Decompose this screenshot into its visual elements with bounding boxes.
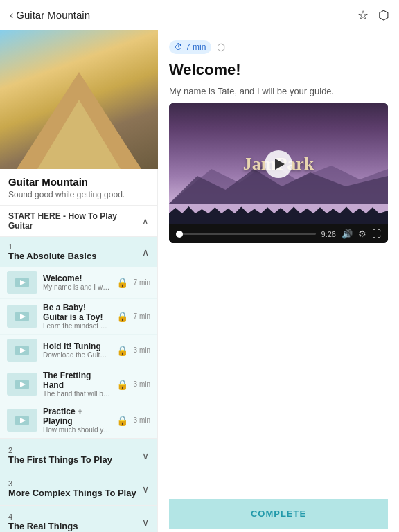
module-2-title: The First Things To Play xyxy=(8,454,112,465)
header: ‹ Guitar Mountain ☆ ⬡ xyxy=(0,0,399,30)
course-hero-image xyxy=(0,30,158,169)
lesson-title-1: Welcome! xyxy=(43,274,111,283)
module-4: 4 The Real Things ∨ xyxy=(0,505,157,532)
play-triangle-icon xyxy=(275,159,285,170)
video-player: JamPark 9:26 🔊 ⚙ ⛶ xyxy=(169,103,388,243)
lesson-info-2: Be a Baby! Guitar is a Toy! Learn the mi… xyxy=(43,303,111,330)
lesson-desc-1: My name is and I will be your guide. xyxy=(43,283,111,291)
settings-icon[interactable]: ⚙ xyxy=(358,229,366,239)
lesson-item-welcome[interactable]: Welcome! My name is and I will be your g… xyxy=(0,267,157,299)
lesson-desc-4: The hand that will be put through the mo… xyxy=(43,390,111,398)
module-1: 1 The Absolute Basics ∧ Welcome! My name… xyxy=(0,236,157,438)
module-4-chevron-icon: ∨ xyxy=(142,517,149,528)
module-1-title: The Absolute Basics xyxy=(8,251,96,261)
video-frame: JamPark xyxy=(169,103,388,224)
video-time: 9:26 xyxy=(321,230,336,238)
sidebar: Guitar Mountain Sound good while getting… xyxy=(0,30,158,532)
module-3-chevron-icon: ∨ xyxy=(142,484,149,495)
section-header-label: START HERE - How To Play Guitar xyxy=(8,211,142,231)
lesson-thumb-1 xyxy=(7,271,37,294)
star-icon[interactable]: ☆ xyxy=(357,8,369,23)
lesson-duration-1: 7 min xyxy=(134,278,150,286)
module-3-number: 3 xyxy=(8,479,136,488)
module-3-title: More Complex Things To Play xyxy=(8,488,136,498)
lesson-title-2: Be a Baby! Guitar is a Toy! xyxy=(43,303,111,322)
time-badge-label: 7 min xyxy=(186,42,206,52)
lesson-duration-2: 7 min xyxy=(134,312,150,320)
lesson-duration-3: 3 min xyxy=(134,346,150,354)
lesson-thumb-3 xyxy=(7,339,37,362)
lock-icon-3: 🔒 xyxy=(116,345,128,356)
lesson-body-text: My name is Tate, and I will be your guid… xyxy=(169,86,388,96)
play-button[interactable] xyxy=(265,150,292,178)
module-4-header[interactable]: 4 The Real Things ∨ xyxy=(0,506,157,532)
module-4-title: The Real Things xyxy=(8,521,78,531)
lock-icon-2: 🔒 xyxy=(116,311,128,322)
lesson-item-tuning[interactable]: Hold It! Tuning Download the GuitarTuna … xyxy=(0,335,157,366)
clock-icon: ⏱ xyxy=(175,42,183,52)
attachment-link-icon[interactable]: ⬡ xyxy=(217,42,225,53)
module-2-chevron-icon: ∨ xyxy=(142,450,149,461)
fullscreen-icon[interactable]: ⛶ xyxy=(372,229,381,239)
module-2: 2 The First Things To Play ∨ xyxy=(0,438,157,472)
complete-button[interactable]: COMPLETE xyxy=(169,499,388,529)
lesson-thumb-2 xyxy=(7,305,37,328)
lesson-heading: Welcome! xyxy=(169,61,388,79)
lesson-thumb-5 xyxy=(7,409,37,432)
lesson-thumb-4 xyxy=(7,373,37,396)
lesson-desc-5: How much should you practice? Find out h… xyxy=(43,426,111,434)
section-header[interactable]: START HERE - How To Play Guitar ∧ xyxy=(0,205,157,236)
lesson-desc-2: Learn the mindset and attitude you need xyxy=(43,322,111,330)
course-info: Guitar Mountain Sound good while getting… xyxy=(0,169,157,205)
lesson-item-fretting[interactable]: The Fretting Hand The hand that will be … xyxy=(0,366,157,402)
time-badge: ⏱ 7 min xyxy=(169,40,211,54)
course-subtitle: Sound good while getting good. xyxy=(8,190,149,200)
header-left: ‹ Guitar Mountain xyxy=(10,9,90,21)
lesson-title-3: Hold It! Tuning xyxy=(43,342,111,351)
back-icon[interactable]: ‹ xyxy=(10,9,13,21)
lesson-title-4: The Fretting Hand xyxy=(43,371,111,390)
module-2-header[interactable]: 2 The First Things To Play ∨ xyxy=(0,439,157,472)
module-4-number: 4 xyxy=(8,513,78,521)
video-controls: 9:26 🔊 ⚙ ⛶ xyxy=(169,224,388,243)
lesson-info-1: Welcome! My name is and I will be your g… xyxy=(43,274,111,291)
volume-icon[interactable]: 🔊 xyxy=(342,229,353,239)
section-chevron-icon: ∧ xyxy=(142,216,149,227)
share-link-icon[interactable]: ⬡ xyxy=(378,8,389,23)
lesson-item-baby[interactable]: Be a Baby! Guitar is a Toy! Learn the mi… xyxy=(0,299,157,335)
video-progress-dot xyxy=(176,231,183,238)
module-1-number: 1 xyxy=(8,242,96,251)
module-1-header[interactable]: 1 The Absolute Basics ∧ xyxy=(0,237,157,267)
video-progress-bar[interactable] xyxy=(176,233,316,235)
header-title[interactable]: Guitar Mountain xyxy=(16,9,90,21)
lesson-meta: ⏱ 7 min ⬡ xyxy=(169,40,388,54)
lock-icon-4: 🔒 xyxy=(116,379,128,390)
lesson-title-5: Practice + Playing xyxy=(43,407,111,426)
lesson-info-4: The Fretting Hand The hand that will be … xyxy=(43,371,111,398)
lesson-info-3: Hold It! Tuning Download the GuitarTuna … xyxy=(43,342,111,359)
lesson-desc-3: Download the GuitarTuna App xyxy=(43,351,111,359)
lesson-info-5: Practice + Playing How much should you p… xyxy=(43,407,111,434)
lock-icon-1: 🔒 xyxy=(116,277,128,288)
main-content: Guitar Mountain Sound good while getting… xyxy=(0,30,399,532)
header-right: ☆ ⬡ xyxy=(357,8,389,23)
module-1-lessons: Welcome! My name is and I will be your g… xyxy=(0,267,157,438)
lock-icon-5: 🔒 xyxy=(116,415,128,426)
module-2-number: 2 xyxy=(8,446,112,454)
module-3-header[interactable]: 3 More Complex Things To Play ∨ xyxy=(0,472,157,505)
right-content: ⏱ 7 min ⬡ Welcome! My name is Tate, and … xyxy=(158,30,399,532)
module-1-chevron-icon: ∧ xyxy=(142,247,149,258)
module-3: 3 More Complex Things To Play ∨ xyxy=(0,472,157,505)
course-title: Guitar Mountain xyxy=(8,176,149,188)
lesson-item-practice[interactable]: Practice + Playing How much should you p… xyxy=(0,402,157,438)
lesson-duration-5: 3 min xyxy=(134,416,150,424)
lesson-duration-4: 3 min xyxy=(134,380,150,388)
